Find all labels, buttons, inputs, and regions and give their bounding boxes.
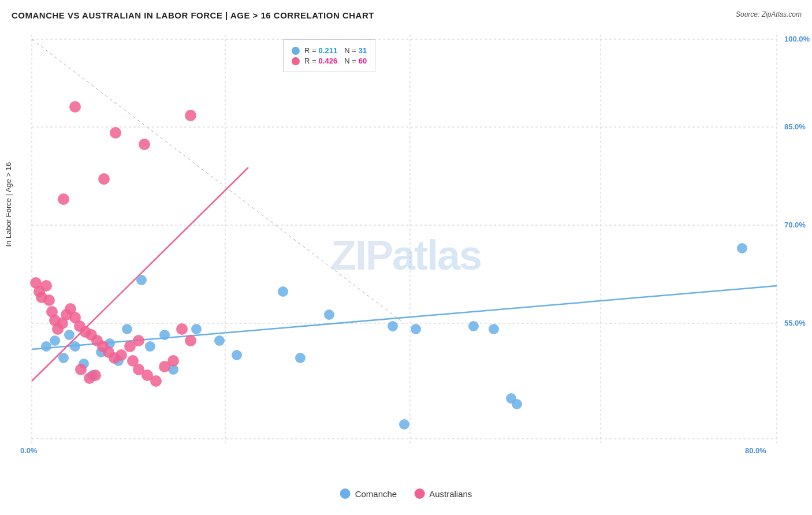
svg-point-78 [133,335,144,346]
legend-australians: Australians [414,488,472,499]
svg-point-41 [399,419,409,430]
y-axis-label: In Labor Force | Age > 16 [4,162,13,247]
legend-pink-r-label: R = [304,57,316,65]
svg-point-39 [512,399,522,409]
svg-text:85.0%: 85.0% [784,122,806,131]
svg-point-33 [324,309,334,320]
svg-point-47 [98,173,110,185]
svg-point-43 [110,127,121,139]
svg-point-51 [40,280,52,292]
legend-blue-n-label: N = [344,46,356,55]
svg-point-80 [185,335,196,346]
svg-point-44 [139,139,150,150]
legend-pink-n-label: N = [344,57,356,65]
legend-pink-dot [292,57,300,65]
svg-point-30 [232,350,242,360]
svg-text:0.0%: 0.0% [20,446,38,455]
svg-point-24 [136,275,147,285]
svg-text:70.0%: 70.0% [784,221,806,229]
svg-point-28 [191,324,202,334]
svg-point-75 [150,375,162,387]
comanche-label: Comanche [355,489,397,499]
svg-point-52 [43,294,55,306]
svg-point-16 [64,330,75,340]
svg-point-37 [489,324,499,334]
svg-point-79 [176,323,188,335]
svg-point-34 [388,321,398,331]
svg-point-25 [145,341,155,352]
svg-point-46 [58,193,69,205]
svg-line-12 [32,39,404,323]
svg-point-13 [41,341,51,352]
chart-svg: 100.0% 85.0% 70.0% 55.0% 0.0% 80.0% [0,0,812,515]
legend-blue-r-label: R = [304,46,316,55]
svg-point-31 [278,286,288,297]
svg-point-23 [122,324,132,334]
svg-point-35 [411,324,421,334]
legend-pink-n-value: 60 [359,57,367,65]
svg-point-42 [69,101,81,113]
svg-point-40 [737,243,747,253]
svg-point-70 [116,349,127,361]
legend-comanche: Comanche [340,488,397,499]
svg-point-77 [167,355,179,367]
svg-point-26 [159,330,170,340]
legend-blue-n-value: 31 [359,46,367,55]
australians-label: Australians [429,489,472,499]
svg-point-67 [75,364,87,375]
bottom-legend: Comanche Australians [340,488,472,499]
svg-text:55.0%: 55.0% [784,319,806,327]
svg-point-36 [468,321,479,331]
svg-point-69 [90,370,101,381]
legend-blue-dot [292,47,300,55]
svg-point-17 [70,341,80,352]
svg-point-45 [185,110,196,121]
legend-pink-r-value: 0.426 [319,57,338,65]
legend-box: R = 0.211 N = 31 R = 0.426 N = 60 [283,39,375,72]
comanche-dot [340,488,351,499]
svg-text:100.0%: 100.0% [784,35,810,43]
svg-text:80.0%: 80.0% [745,446,766,455]
svg-point-29 [214,335,225,346]
svg-point-32 [295,353,306,363]
australians-dot [414,488,424,499]
svg-point-14 [50,335,60,346]
svg-point-15 [58,353,69,363]
legend-blue-r-value: 0.211 [319,46,338,55]
